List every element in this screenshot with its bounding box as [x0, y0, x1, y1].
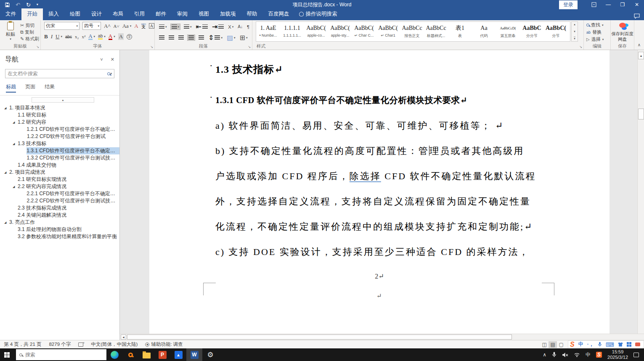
collapse-triangle-icon[interactable]: ◢ [4, 171, 8, 174]
nav-item[interactable]: 2.1 研究目标实现情况 [0, 176, 119, 183]
tab-insert[interactable]: 插入 [43, 8, 64, 20]
scroll-up-icon[interactable]: ▲ [638, 52, 644, 59]
tab-file[interactable]: 文件 [0, 8, 21, 20]
tab-review[interactable]: 审阅 [172, 8, 193, 20]
save-to-baidu-button[interactable]: 保存到百度网盘 [611, 23, 634, 42]
tab-mailings[interactable]: 邮件 [150, 8, 172, 20]
comments-icon[interactable] [634, 13, 644, 20]
ime-keyboard-icon[interactable]: ⌨ [606, 341, 614, 348]
nav-item[interactable]: ◢2. 项目完成情况 [0, 169, 119, 176]
line-spacing-button[interactable]: ⇕▾ [207, 33, 223, 42]
sogou-logo-icon[interactable]: S [570, 341, 575, 348]
style-item[interactable]: AaBbC(↵ Char C... [352, 22, 376, 41]
tab-references[interactable]: 引用 [129, 8, 150, 20]
paste-chevron-icon[interactable]: ▾ [3, 37, 18, 41]
paste-button[interactable]: 粘贴 ▾ [3, 22, 18, 41]
vertical-scrollbar-thumb[interactable] [638, 109, 644, 119]
nav-item[interactable]: 1.4 成果及交付物 [0, 162, 119, 169]
style-item[interactable]: AaBbCc标题样式... [424, 22, 448, 41]
vertical-scrollbar[interactable]: ▲ [637, 50, 644, 334]
nav-item[interactable]: 1.2.2 CFD软件可信度评价平台测试 [0, 133, 119, 140]
font-name-select[interactable]: 仿宋▾ [44, 22, 80, 30]
character-border-button[interactable]: A [149, 23, 154, 29]
word-count[interactable]: 8279 个字 [45, 341, 74, 348]
nav-search-box[interactable]: ▾ [5, 69, 114, 78]
paragraph-b-line3[interactable]: 外，支持选择自定义流程，支持将自定义流程保留为固定不确定性量 [215, 195, 552, 208]
login-button[interactable]: 登录 [559, 0, 578, 9]
close-icon[interactable]: ✕ [630, 0, 644, 9]
style-item[interactable]: 表1表 [448, 22, 472, 41]
collapse-triangle-icon[interactable]: ◢ [13, 142, 16, 146]
start-button[interactable] [0, 348, 16, 361]
multilevel-list-button[interactable]: ▾ [183, 24, 193, 29]
clipboard-dialog-launcher-icon[interactable]: ↘ [36, 45, 39, 49]
nav-item[interactable]: ◢1.2 研究内容 [0, 119, 119, 126]
collapse-triangle-icon[interactable]: ◢ [13, 121, 16, 124]
nav-item[interactable]: 2.2.2 CFD软件可信度评价平台测试技术要求 [0, 197, 119, 204]
subscript-button[interactable]: x₂ [75, 34, 79, 39]
taskbar-search-input[interactable] [25, 352, 103, 358]
tray-sogou-icon[interactable]: S [596, 352, 602, 358]
style-item[interactable]: AaBbC(分节 [544, 22, 568, 41]
decrease-indent-button[interactable]: ⇤ [195, 22, 209, 31]
heading-1-3[interactable]: 1.3 技术指标↵ [215, 63, 283, 76]
tab-home[interactable]: 开始 [21, 8, 43, 20]
minimize-icon[interactable]: — [601, 0, 615, 9]
nav-tab-results[interactable]: 结果 [45, 83, 55, 93]
style-item[interactable]: AaBbCc报告正文 [400, 22, 424, 41]
styles-scroll-up-icon[interactable]: ▴ [574, 23, 575, 26]
cut-button[interactable]: ✂ 剪切 [20, 22, 34, 29]
taskbar-file-explorer-icon[interactable] [138, 348, 154, 361]
shading-button[interactable]: ▨▾ [226, 33, 236, 42]
asian-layout-button[interactable]: X▾ [227, 24, 234, 30]
change-case-button[interactable]: Aa▾ [122, 23, 132, 29]
tell-me-search[interactable]: 操作说明搜索 [295, 8, 342, 20]
horizontal-scrollbar-thumb[interactable] [127, 334, 512, 340]
nav-item[interactable]: 1.3.2 CFD软件可信度评价平台测试技术要求 [0, 154, 119, 162]
style-item[interactable]: AaBbC(apple-co... [304, 22, 328, 41]
nav-item[interactable]: ◢3. 亮点工作 [0, 219, 119, 226]
taskbar-edge-icon[interactable] [106, 348, 122, 361]
heading-1-3-1[interactable]: 1.3.1 CFD 软件可信度评价平台不确定性量化分析模块技术要求↵ [215, 94, 467, 106]
clock[interactable]: 15:59 2025/3/12 [607, 349, 628, 360]
nav-item[interactable]: 2.2.1 CFD软件可信度评价平台不确定性量化... [0, 190, 119, 197]
find-button[interactable]: 查找▾ [586, 22, 604, 28]
justify-button[interactable] [187, 35, 195, 41]
nav-item[interactable]: 3.1 后处理封闭物面自动分割 [0, 226, 119, 233]
highlight-color-button[interactable]: ab▾ [98, 34, 106, 40]
print-layout-view-icon[interactable]: ▤ [549, 341, 557, 348]
ime-punctuation-mode[interactable]: ·， [587, 341, 594, 348]
distribute-button[interactable] [198, 35, 205, 40]
read-mode-view-icon[interactable]: ◫ [540, 341, 549, 348]
paragraph-a[interactable]: a) 软件界面简洁、易用、安全、可靠、可维护、可移植等； ↵ [215, 119, 552, 132]
nav-search-input[interactable] [8, 71, 107, 77]
style-item[interactable]: AaBbCcD(第五层条 [496, 22, 520, 41]
ime-chinese-mode[interactable]: 中 [578, 341, 583, 348]
ribbon-display-options-icon[interactable] [587, 0, 601, 9]
action-center-icon[interactable] [633, 353, 639, 357]
clear-formatting-button[interactable]: A [134, 23, 138, 29]
sort-button[interactable]: A↓ [237, 24, 244, 29]
bullets-button[interactable]: ▾ [158, 24, 168, 29]
nav-item-selected[interactable]: 1.3.1 CFD软件可信度评价平台不确定性量化... [0, 147, 119, 154]
accessibility-status[interactable]: ☻辅助功能: 调查 [141, 341, 186, 348]
nav-item[interactable]: 1.1 研究目标 [0, 111, 119, 119]
scroll-left-icon[interactable]: ◄ [121, 334, 126, 340]
tray-ime-language[interactable]: 中 [586, 351, 591, 358]
font-dialog-launcher-icon[interactable]: ↘ [150, 45, 153, 49]
nav-item[interactable]: 2.4 关键问题解决情况 [0, 212, 119, 219]
taskbar-sogou-browser-icon[interactable] [122, 348, 138, 361]
nav-item[interactable]: ◢2.2 研究内容完成情况 [0, 183, 119, 190]
superscript-button[interactable]: x² [82, 34, 85, 39]
paragraph-b-line4[interactable]: 化流程，不确定性定量评价流程中的组成模块支持扩充和定制功能;↵ [215, 220, 552, 233]
tab-layout[interactable]: 布局 [107, 8, 129, 20]
collapse-triangle-icon[interactable]: ◢ [13, 185, 16, 188]
italic-button[interactable]: I [51, 33, 53, 40]
document-page[interactable]: 1.3 技术指标↵ 1.3.1 CFD 软件可信度评价平台不确定性量化分析模块技… [149, 50, 610, 334]
increase-indent-button[interactable]: ⇥ [211, 22, 225, 31]
language-indicator[interactable]: 中文(简体，中国大陆) [87, 341, 141, 348]
style-item[interactable]: 1.1.1.11.1.1.1.1... [280, 22, 304, 41]
styles-more-icon[interactable]: ▾ [574, 37, 575, 40]
nav-scroll-up-strip[interactable]: ▲ [32, 97, 94, 103]
taskbar-word-icon[interactable]: W [186, 348, 202, 361]
